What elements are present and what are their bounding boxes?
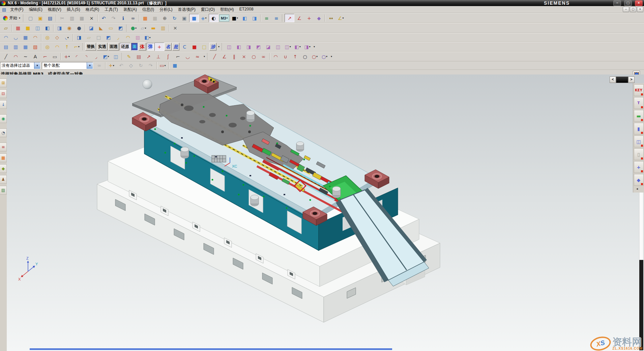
toolbar-grip[interactable] — [126, 25, 127, 32]
toolbar-grip[interactable] — [82, 43, 84, 50]
assembly-navigator-tab[interactable]: ⊞ — [0, 79, 7, 87]
close-button[interactable]: × — [635, 0, 643, 6]
curve-length-button[interactable]: ⊥ — [153, 52, 163, 61]
ellipse-button[interactable]: ○▾ — [320, 52, 329, 61]
roles-tab[interactable]: ♟ — [0, 175, 7, 184]
standard-views-button[interactable]: ▦ — [140, 14, 150, 22]
arc-button[interactable]: ◠ — [11, 52, 21, 61]
find-component-button[interactable]: ∞ — [128, 14, 138, 22]
constraint-navigator-tab[interactable]: ⊟ — [0, 89, 7, 98]
edit-angle-button[interactable]: ∠ — [219, 52, 229, 61]
pipe-button[interactable]: ◎ — [42, 42, 52, 51]
combine-curve-button[interactable]: ◫ — [111, 52, 121, 61]
solid-transparent-button[interactable]: 实透 — [97, 43, 108, 51]
scroll-right-button[interactable]: > — [628, 77, 635, 83]
circle-dashed-button[interactable]: ○▾ — [310, 52, 320, 61]
point-button[interactable]: +▾ — [62, 52, 72, 61]
datum-plane-button[interactable]: ▦ — [13, 24, 23, 32]
new-button[interactable]: ▢ — [26, 14, 35, 22]
chevron-down-icon[interactable]: ▾ — [135, 27, 137, 30]
pattern-component-button[interactable]: ◪ — [263, 42, 273, 51]
graphics-window[interactable]: XC Z Y X — [7, 75, 644, 351]
paste-button[interactable]: ▦ — [77, 14, 87, 22]
chevron-down-icon[interactable]: ▾ — [299, 45, 301, 48]
chevron-down-icon[interactable]: ▼ — [34, 62, 40, 69]
spring-tool-button[interactable]: 弹 — [147, 43, 154, 51]
solid-red-display-button[interactable]: ■ — [189, 42, 199, 51]
shaded-view-button[interactable]: ■ — [189, 14, 199, 22]
solid-select-button[interactable]: ■ — [170, 61, 180, 70]
dropdown-arrow-icon[interactable]: ▾ — [331, 55, 332, 58]
two-circle-button[interactable]: ∞ — [259, 52, 268, 61]
menu-item-1[interactable]: 文件(F) — [7, 6, 26, 13]
scroll-track[interactable] — [616, 77, 628, 83]
toolbar-grip[interactable] — [121, 53, 123, 60]
layer-settings-button[interactable]: ≡ — [262, 14, 271, 22]
sphere-part[interactable] — [143, 80, 152, 89]
trim-body-button[interactable]: ◩ — [116, 24, 125, 32]
body-display-button[interactable]: 体 — [139, 43, 146, 51]
chevron-down-icon[interactable]: ▾ — [309, 45, 311, 48]
menu-item-3[interactable]: 视图(V) — [45, 6, 64, 13]
enlarge-sheet-button[interactable]: ◠ — [123, 33, 133, 42]
pan-view-button[interactable]: ↷ — [146, 61, 155, 70]
corner-button[interactable]: ⌐ — [40, 52, 50, 61]
corner-curve-button[interactable]: ⌐ — [173, 52, 183, 61]
chevron-down-icon[interactable]: ▾ — [149, 36, 151, 39]
revolve-button[interactable]: ◉ — [64, 24, 74, 32]
spline-button[interactable]: ~ — [21, 52, 30, 61]
corner-sheet-button[interactable]: ◧▾ — [143, 33, 152, 42]
rotate-view-button[interactable]: ↻ — [136, 61, 146, 70]
trimmed-sheet-button[interactable]: ◨ — [74, 33, 84, 42]
sketch-button[interactable]: ▱ — [1, 24, 11, 32]
layer-visible-in-view-button[interactable]: ≡ — [271, 14, 281, 22]
vertical-scrollbar[interactable] — [639, 182, 643, 350]
tube-button[interactable]: ◎ — [42, 33, 52, 42]
toolbar-grip[interactable] — [282, 14, 283, 22]
assembly-constraints-button[interactable]: ◧ — [234, 42, 244, 51]
punch-part-button[interactable]: ▯ — [634, 148, 644, 160]
interference-button[interactable]: 涉 — [209, 43, 216, 51]
line-button[interactable]: ╱ — [1, 52, 11, 61]
point-set-button[interactable]: ●▾ — [129, 24, 139, 32]
raise-body-button[interactable]: ↑ — [62, 42, 72, 51]
restore-button[interactable]: 还原 — [120, 43, 130, 51]
view-layout-combo[interactable]: M3▾ — [219, 14, 229, 22]
blue-bracket-part-button[interactable]: ▮ — [634, 123, 644, 135]
fillet-curve-button[interactable]: ◜ — [72, 52, 82, 61]
open-button[interactable]: ▣ — [35, 14, 45, 22]
chevron-down-icon[interactable]: ▾ — [108, 55, 109, 58]
chevron-down-icon[interactable]: ▾ — [113, 64, 114, 67]
untrim-button[interactable]: ▱ — [84, 33, 94, 42]
chevron-down-icon[interactable]: ▾ — [68, 55, 70, 58]
collapse-palette-button[interactable]: ◂ — [636, 187, 641, 192]
window-button[interactable]: ▦ — [150, 14, 160, 22]
name-tool-button[interactable]: 名 — [165, 43, 172, 51]
interpart-link-button[interactable]: ∞ — [94, 61, 104, 70]
menu-item-10[interactable]: 首选项(P) — [175, 6, 198, 13]
four-point-surface-button[interactable]: ▤ — [1, 42, 11, 51]
zoom-button[interactable]: ⊕ — [160, 14, 170, 22]
show-shaded-toggle-button[interactable]: ◇ — [126, 61, 136, 70]
snap-point-toggle-button[interactable]: +▾ — [107, 61, 116, 70]
arrow-curve-button[interactable]: ↑ — [290, 52, 300, 61]
edit-with-rollback-button[interactable]: ▤ — [134, 52, 144, 61]
menu-item-8[interactable]: 信息(I) — [140, 6, 157, 13]
move-component-button[interactable]: ◫ — [224, 42, 234, 51]
menu-item-11[interactable]: 窗口(O) — [198, 6, 217, 13]
translucent-display-button[interactable]: □ — [199, 42, 209, 51]
mirror-component-button[interactable]: ◫ — [273, 42, 283, 51]
rendering-style-button[interactable]: ◐ — [209, 14, 218, 22]
chevron-down-icon[interactable]: ▼ — [87, 62, 93, 69]
toolbar-grip[interactable] — [222, 43, 223, 50]
fit-view-button[interactable]: ▣ — [179, 14, 189, 22]
show-hide-button[interactable]: ◧ — [240, 14, 250, 22]
chevron-down-icon[interactable]: ▾ — [226, 17, 228, 20]
chevron-down-icon[interactable]: ▾ — [237, 17, 238, 20]
block-button[interactable]: ■ — [23, 24, 33, 32]
save-button[interactable]: ▤ — [45, 14, 55, 22]
rectangle-button[interactable]: ▭ — [50, 52, 60, 61]
selection-filter-combo[interactable]: 没有选择过滤器 ▼ — [0, 62, 40, 69]
orient-view-button[interactable]: ◈▾ — [199, 14, 209, 22]
menu-item-2[interactable]: 编辑(E) — [26, 6, 45, 13]
